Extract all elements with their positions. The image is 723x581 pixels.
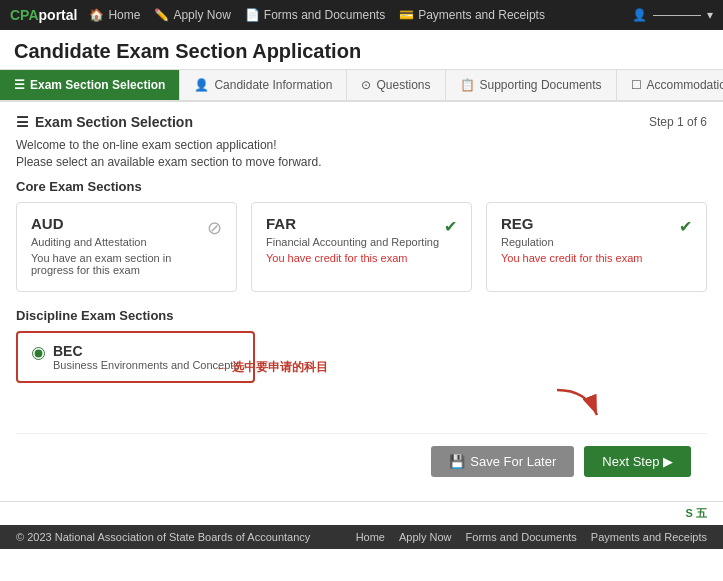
tab-exam-section[interactable]: ☰ Exam Section Selection [0,70,180,100]
arrow-area [16,395,707,425]
discipline-item-bec: BEC Business Environments and Concepts [32,343,239,371]
tabs: ☰ Exam Section Selection 👤 Candidate Inf… [0,70,723,102]
step-info: Step 1 of 6 [649,115,707,129]
bec-acronym: BEC [53,343,239,359]
nav-forms-documents[interactable]: 📄 Forms and Documents [245,8,385,22]
user-name: ———— [653,8,701,22]
top-nav: CPAportal 🏠 Home ✏️ Apply Now 📄 Forms an… [0,0,723,30]
page-title-bar: Candidate Exam Section Application [0,30,723,70]
docs-icon: 📋 [460,78,475,92]
tab-questions[interactable]: ⊙ Questions [347,70,445,100]
footer-link-home[interactable]: Home [356,531,385,543]
reg-check-icon: ✔ [679,217,692,236]
footer-copyright: © 2023 National Association of State Boa… [16,531,310,543]
nav-payments-receipts[interactable]: 💳 Payments and Receipts [399,8,545,22]
aud-status: You have an exam section in progress for… [31,252,207,276]
nav-links: 🏠 Home ✏️ Apply Now 📄 Forms and Document… [89,8,632,22]
nav-home[interactable]: 🏠 Home [89,8,140,22]
footer-brand: S 五 [0,501,723,525]
far-status: You have credit for this exam [266,252,439,264]
page-title: Candidate Exam Section Application [14,40,709,63]
menu-icon: ☰ [14,78,25,92]
welcome-line-2: Please select an available exam section … [16,155,707,169]
tab-supporting-docs[interactable]: 📋 Supporting Documents [446,70,617,100]
tab-candidate-info[interactable]: 👤 Candidate Information [180,70,347,100]
checkbox-icon: ☐ [631,78,642,92]
exam-card-far[interactable]: FAR Financial Accounting and Reporting Y… [251,202,472,292]
section-title: ☰ Exam Section Selection [16,114,193,130]
bec-radio[interactable] [32,347,45,360]
save-icon: 💾 [449,454,465,469]
aud-acronym: AUD [31,215,207,232]
menu-section-icon: ☰ [16,114,29,130]
nav-apply-now[interactable]: ✏️ Apply Now [154,8,230,22]
action-bar: 💾 Save For Later Next Step ▶ [16,433,707,489]
footer-link-forms[interactable]: Forms and Documents [466,531,577,543]
next-step-button[interactable]: Next Step ▶ [584,446,691,477]
section-header-row: ☰ Exam Section Selection Step 1 of 6 [16,114,707,130]
save-for-later-button[interactable]: 💾 Save For Later [431,446,574,477]
footer-link-apply[interactable]: Apply Now [399,531,452,543]
arrow-svg [547,385,607,425]
discipline-section-title: Discipline Exam Sections [16,308,707,323]
core-cards: AUD Auditing and Attestation You have an… [16,202,707,292]
exam-card-aud[interactable]: AUD Auditing and Attestation You have an… [16,202,237,292]
tooltip-label: ← 选中要申请的科目 [216,359,328,376]
user-icon: 👤 [632,8,647,22]
circle-icon: ⊙ [361,78,371,92]
bec-name: Business Environments and Concepts [53,359,239,371]
exam-card-reg[interactable]: REG Regulation You have credit for this … [486,202,707,292]
aud-name: Auditing and Attestation [31,236,207,248]
welcome-line-1: Welcome to the on-line exam section appl… [16,138,707,152]
tooltip-arrow-icon: ← [216,361,228,375]
far-name: Financial Accounting and Reporting [266,236,439,248]
reg-status: You have credit for this exam [501,252,642,264]
far-check-icon: ✔ [444,217,457,236]
footer: © 2023 National Association of State Boa… [0,525,723,549]
reg-acronym: REG [501,215,642,232]
far-acronym: FAR [266,215,439,232]
core-section-title: Core Exam Sections [16,179,707,194]
footer-links: Home Apply Now Forms and Documents Payme… [356,531,707,543]
logo[interactable]: CPAportal [10,7,77,23]
aud-circle-icon: ⊘ [207,217,222,239]
chevron-down-icon: ▾ [707,8,713,22]
footer-link-payments[interactable]: Payments and Receipts [591,531,707,543]
reg-name: Regulation [501,236,642,248]
main-content: ☰ Exam Section Selection Step 1 of 6 Wel… [0,102,723,501]
tab-accommodations[interactable]: ☐ Accommodations [617,70,723,100]
tooltip-text: 选中要申请的科目 [232,359,328,376]
user-area[interactable]: 👤 ———— ▾ [632,8,713,22]
person-icon: 👤 [194,78,209,92]
